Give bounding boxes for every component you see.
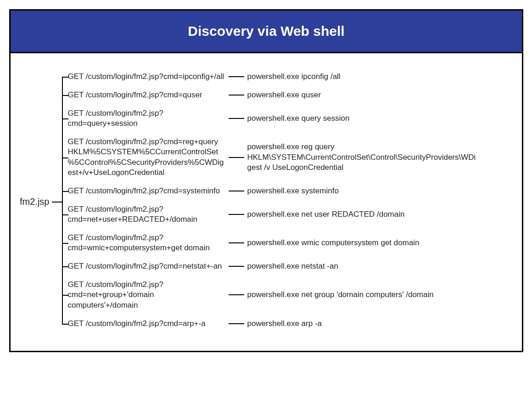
tree-row: GET /custom/login/fm2.jsp?cmd=arp+-apowe…: [67, 319, 476, 329]
tree-row: GET /custom/login/fm2.jsp?cmd=netstat+-a…: [67, 261, 476, 271]
request-text: GET /custom/login/fm2.jsp?cmd=reg+query …: [67, 137, 226, 177]
tree-row: GET /custom/login/fm2.jsp?cmd=systeminfo…: [67, 186, 476, 196]
request-text: GET /custom/login/fm2.jsp?cmd=ipconfig+/…: [67, 72, 226, 82]
connector-line: [229, 242, 244, 243]
command-text: powershell.exe reg query HKLM\SYSTEM\Cur…: [247, 142, 476, 172]
request-text: GET /custom/login/fm2.jsp?cmd=systeminfo: [67, 186, 226, 196]
connector-line: [229, 294, 244, 295]
command-text: powershell.exe net user REDACTED /domain: [247, 209, 476, 219]
command-text: powershell.exe netstat -an: [247, 261, 476, 271]
connector-line: [229, 76, 244, 77]
tree-row: GET /custom/login/fm2.jsp?cmd=net+group+…: [67, 280, 476, 310]
diagram-body: fm2.jsp GET /custom/login/fm2.jsp?cmd=ip…: [11, 53, 522, 351]
connector-line: [229, 323, 244, 324]
command-text: powershell.exe query session: [247, 113, 476, 124]
request-text: GET /custom/login/fm2.jsp?cmd=quser: [67, 90, 226, 100]
tree-row: GET /custom/login/fm2.jsp?cmd=wmic+compu…: [67, 233, 476, 253]
connector-line: [229, 157, 244, 158]
tree: GET /custom/login/fm2.jsp?cmd=ipconfig+/…: [62, 67, 476, 337]
connector-line: [229, 214, 244, 215]
tree-row: GET /custom/login/fm2.jsp?cmd=quserpower…: [67, 90, 476, 100]
command-text: powershell.exe net group 'domain compute…: [247, 290, 476, 300]
connector-line: [229, 266, 244, 267]
tree-row: GET /custom/login/fm2.jsp?cmd=net+user+R…: [67, 204, 476, 225]
request-text: GET /custom/login/fm2.jsp?cmd=net+user+R…: [67, 204, 226, 225]
command-text: powershell.exe ipconfig /all: [247, 72, 476, 82]
tree-row: GET /custom/login/fm2.jsp?cmd=query+sess…: [67, 108, 476, 129]
command-text: powershell.exe arp -a: [247, 319, 476, 329]
connector-line: [229, 118, 244, 119]
request-text: GET /custom/login/fm2.jsp?cmd=net+group+…: [67, 280, 226, 310]
diagram-container: Discovery via Web shell fm2.jsp GET /cus…: [9, 9, 523, 352]
request-text: GET /custom/login/fm2.jsp?cmd=netstat+-a…: [67, 261, 226, 271]
request-text: GET /custom/login/fm2.jsp?cmd=query+sess…: [67, 108, 226, 129]
tree-row: GET /custom/login/fm2.jsp?cmd=ipconfig+/…: [67, 72, 476, 82]
command-text: powershell.exe quser: [247, 90, 476, 100]
root-node-label: fm2.jsp: [20, 197, 49, 207]
command-text: powershell.exe wmic computersystem get d…: [247, 238, 476, 248]
connector-line: [229, 191, 244, 191]
request-text: GET /custom/login/fm2.jsp?cmd=arp+-a: [67, 319, 226, 329]
connector-line: [229, 95, 244, 96]
diagram-title: Discovery via Web shell: [11, 11, 522, 53]
connector-line: [52, 202, 62, 202]
request-text: GET /custom/login/fm2.jsp?cmd=wmic+compu…: [67, 233, 226, 253]
tree-row: GET /custom/login/fm2.jsp?cmd=reg+query …: [67, 137, 476, 177]
command-text: powershell.exe systeminfo: [247, 186, 476, 196]
